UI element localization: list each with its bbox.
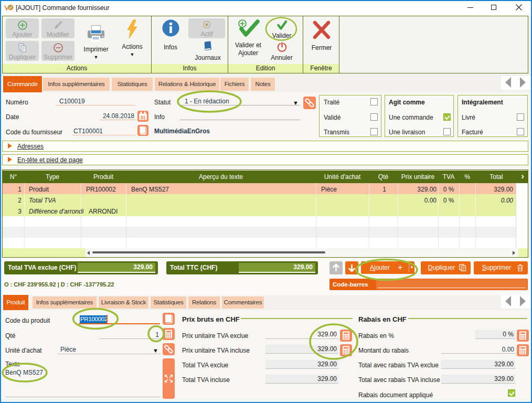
svg-text:31: 31 [141,115,146,120]
